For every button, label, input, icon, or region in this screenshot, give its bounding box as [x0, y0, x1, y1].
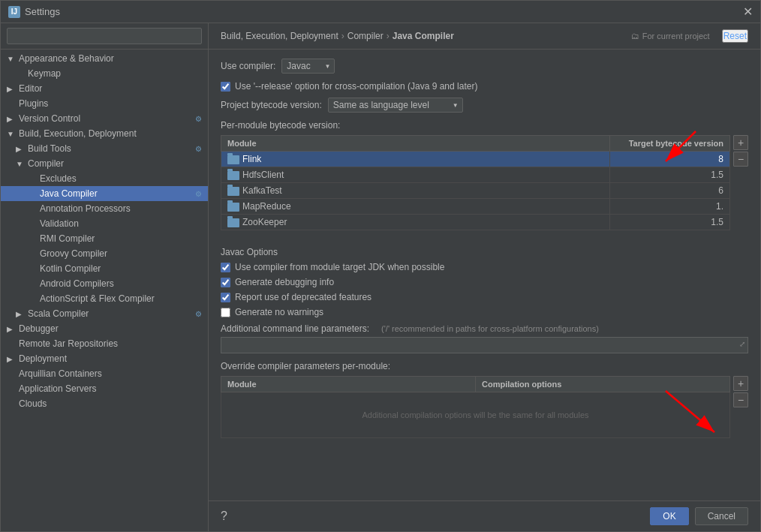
remove-module-button[interactable]: −: [733, 152, 748, 167]
sidebar-label: Appearance & Behavior: [19, 53, 114, 64]
sidebar-label: Editor: [19, 83, 42, 94]
folder-icon: [227, 155, 239, 164]
bytecode-version: 1.5: [610, 215, 730, 230]
bytecode-version-select[interactable]: Same as language level: [328, 98, 463, 113]
sidebar-label: Arquillian Containers: [19, 368, 102, 379]
sidebar-item-application-servers[interactable]: Application Servers: [1, 381, 208, 396]
sync-icon: ⚙: [195, 190, 202, 198]
window-title: Settings: [25, 6, 60, 17]
bottom-bar: ? OK Cancel: [209, 500, 760, 531]
add-module-button[interactable]: +: [733, 135, 748, 150]
expand-arrow: ▶: [7, 115, 16, 123]
cmd-input-wrapper: ⤢: [221, 334, 748, 353]
sidebar-item-plugins[interactable]: Plugins: [1, 96, 208, 111]
sidebar-label: Plugins: [19, 98, 48, 109]
search-box: [1, 23, 208, 50]
table-row[interactable]: MapReduce 1.: [221, 199, 730, 215]
sidebar-item-editor[interactable]: ▶ Editor: [1, 81, 208, 96]
add-override-button[interactable]: +: [733, 376, 748, 391]
javac-label-0: Use compiler from module target JDK when…: [235, 262, 444, 272]
sync-icon: ⚙: [195, 310, 202, 318]
settings-dialog: IJ Settings ✕ ▼ Appearance & Behavior Ke…: [0, 0, 761, 532]
sidebar-label: Groovy Compiler: [40, 248, 107, 259]
sidebar-item-clouds[interactable]: Clouds: [1, 396, 208, 411]
use-compiler-row: Use compiler: Javac Eclipse Ajc: [221, 59, 748, 74]
col-target-header: Target bytecode version: [610, 136, 730, 152]
module-name: HdfsClient: [221, 167, 610, 183]
override-table: Module Compilation options Additional co…: [221, 376, 730, 438]
breadcrumb-part1: Build, Execution, Deployment: [221, 31, 338, 41]
cross-compile-row: Use '--release' option for cross-compila…: [221, 81, 748, 92]
app-icon: IJ: [8, 6, 20, 18]
cancel-button[interactable]: Cancel: [695, 507, 748, 525]
expand-arrow: ▼: [7, 130, 16, 138]
sidebar-item-build-exec[interactable]: ▼ Build, Execution, Deployment: [1, 126, 208, 141]
javac-label-3: Generate no warnings: [235, 307, 323, 317]
per-module-table-container: Module Target bytecode version Flink 8 H…: [221, 135, 748, 239]
project-bytecode-row: Project bytecode version: Same as langua…: [221, 98, 748, 113]
close-button[interactable]: ✕: [743, 5, 753, 19]
sidebar-item-version-control[interactable]: ▶ Version Control ⚙: [1, 111, 208, 126]
sidebar-item-java-compiler[interactable]: Java Compiler ⚙: [1, 186, 208, 201]
override-col-compilation: Compilation options: [476, 377, 730, 392]
sidebar-item-excludes[interactable]: Excludes: [1, 171, 208, 186]
sidebar-label: RMI Compiler: [40, 233, 95, 244]
sidebar-label: Compiler: [28, 158, 64, 169]
table-row[interactable]: Flink 8: [221, 152, 730, 167]
sidebar-item-rmi-compiler[interactable]: RMI Compiler: [1, 231, 208, 246]
sidebar-item-remote-jar-repos[interactable]: Remote Jar Repositories: [1, 336, 208, 351]
sidebar-item-build-tools[interactable]: ▶ Build Tools ⚙: [1, 141, 208, 156]
sidebar-item-android-compilers[interactable]: Android Compilers: [1, 276, 208, 291]
table-row[interactable]: ZooKeeper 1.5: [221, 215, 730, 230]
sidebar-item-groovy-compiler[interactable]: Groovy Compiler: [1, 246, 208, 261]
cmd-input[interactable]: [221, 337, 748, 353]
javac-checkbox-0[interactable]: [221, 263, 230, 272]
sidebar-label: Android Compilers: [40, 278, 114, 289]
javac-checkbox-row-0: Use compiler from module target JDK when…: [221, 262, 748, 272]
module-name: KafkaTest: [221, 183, 610, 199]
sidebar-label: Debugger: [19, 323, 59, 334]
sidebar-item-debugger[interactable]: ▶ Debugger: [1, 321, 208, 336]
sidebar-item-compiler[interactable]: ▼ Compiler: [1, 156, 208, 171]
sidebar-label: Excludes: [40, 173, 77, 184]
additional-params-header: Additional command line parameters: ('/'…: [221, 323, 748, 334]
ok-button[interactable]: OK: [650, 507, 688, 525]
folder-icon: [227, 187, 239, 196]
table-row[interactable]: KafkaTest 6: [221, 183, 730, 199]
bytecode-version: 1.: [610, 199, 730, 215]
compiler-select-wrapper: Javac Eclipse Ajc: [281, 59, 335, 74]
javac-checkbox-row-2: Report use of deprecated features: [221, 292, 748, 302]
sidebar-item-scala-compiler[interactable]: ▶ Scala Compiler ⚙: [1, 306, 208, 321]
compiler-select[interactable]: Javac Eclipse Ajc: [281, 59, 335, 74]
sidebar-item-validation[interactable]: Validation: [1, 216, 208, 231]
sidebar-label: Remote Jar Repositories: [19, 338, 118, 349]
sidebar-item-actionscript-flex[interactable]: ActionScript & Flex Compiler: [1, 291, 208, 306]
javac-checkbox-1[interactable]: [221, 278, 230, 287]
javac-checkbox-2[interactable]: [221, 293, 230, 302]
sidebar-item-annotation-processors[interactable]: Annotation Processors: [1, 201, 208, 216]
sidebar-item-appearance[interactable]: ▼ Appearance & Behavior: [1, 51, 208, 66]
main-content: ▼ Appearance & Behavior Keymap ▶ Editor …: [1, 23, 760, 531]
search-input[interactable]: [7, 28, 202, 44]
javac-checkbox-3[interactable]: [221, 308, 230, 317]
sidebar-item-arquillian[interactable]: Arquillian Containers: [1, 366, 208, 381]
sidebar-item-deployment[interactable]: ▶ Deployment: [1, 351, 208, 366]
additional-params-note: ('/' recommended in paths for cross-plat…: [381, 324, 599, 333]
remove-override-button[interactable]: −: [733, 392, 748, 407]
additional-params-label: Additional command line parameters:: [221, 323, 369, 334]
help-icon[interactable]: ?: [221, 509, 227, 523]
folder-icon: [227, 203, 239, 212]
reset-button[interactable]: Reset: [722, 29, 748, 43]
bytecode-table: Module Target bytecode version Flink 8 H…: [221, 135, 730, 230]
cross-compile-checkbox[interactable]: [221, 82, 230, 92]
expand-arrow: ▼: [16, 160, 25, 168]
table-row[interactable]: HdfsClient 1.5: [221, 167, 730, 183]
sync-icon: ⚙: [195, 115, 202, 123]
sidebar-item-keymap[interactable]: Keymap: [1, 66, 208, 81]
for-current-project: 🗂 For current project: [631, 32, 710, 41]
sidebar-item-kotlin-compiler[interactable]: Kotlin Compiler: [1, 261, 208, 276]
per-module-label: Per-module bytecode version:: [221, 120, 748, 131]
javac-label-2: Report use of deprecated features: [235, 292, 371, 302]
table-action-buttons: + −: [733, 135, 748, 167]
javac-options-label: Javac Options: [221, 247, 748, 257]
